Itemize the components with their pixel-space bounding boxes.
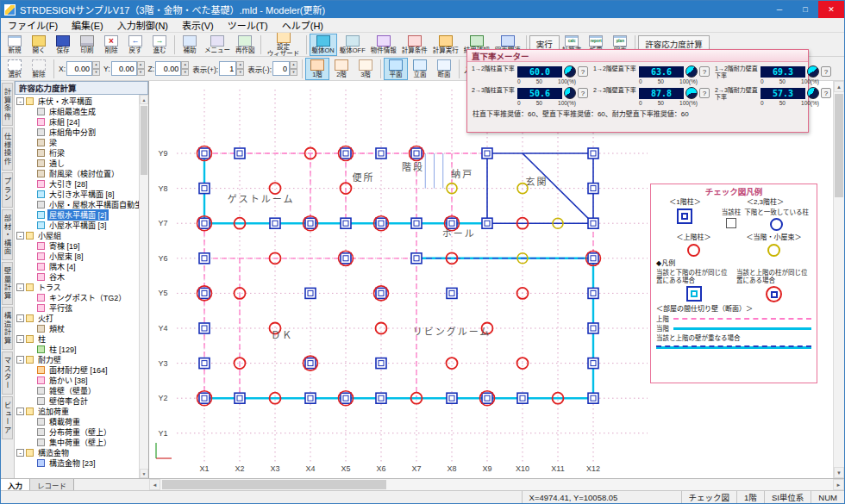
tree-item-15[interactable]: 小屋束 [8] [15, 251, 139, 261]
tb1-open[interactable]: 開く [27, 34, 51, 56]
vertical-tab-6[interactable]: マスター [2, 352, 13, 395]
scroll-left-icon[interactable]: ◄ [149, 479, 160, 490]
tree-item-23[interactable]: -柱 [15, 333, 139, 344]
hscroll-thumb[interactable] [162, 480, 386, 489]
vertical-tab-0[interactable]: 計算条件 [2, 83, 13, 126]
x-input-spin-up-icon[interactable]: ▲ [92, 61, 100, 69]
tree-item-6[interactable]: 通し [15, 158, 139, 168]
display-minus-input-spinner[interactable]: ▲▼ [290, 61, 297, 76]
meter-help-button-3[interactable]: ? [578, 88, 588, 98]
tb1-settings-wizard[interactable]: 設定 ウィザード [264, 34, 304, 56]
vertical-tab-3[interactable]: 部材・構面 [2, 209, 13, 261]
tb1-redraw[interactable]: 再作図 [233, 34, 258, 56]
hscroll-track[interactable] [160, 479, 833, 490]
tree-item-4[interactable]: 梁 [15, 137, 139, 147]
tree-item-14[interactable]: 寄棟 [19] [15, 240, 139, 251]
menu-item-4[interactable]: ツール(T) [221, 17, 275, 33]
canvas-hscrollbar[interactable]: ◄ ► [149, 479, 844, 490]
scroll-down-icon[interactable]: ▼ [834, 467, 844, 478]
tb2-floor-2[interactable]: 2階 [329, 58, 354, 80]
bottom-tab-0[interactable]: 入力 [1, 479, 30, 490]
tree-item-2[interactable]: 床組 [24] [15, 116, 139, 127]
tree-scroll-track[interactable] [140, 104, 148, 469]
tree-item-3[interactable]: 床組角中分割 [15, 127, 139, 137]
tree-expander-icon-34[interactable]: - [16, 449, 24, 457]
meter-help-button-0[interactable]: ? [578, 66, 588, 77]
display-plus-input-spin-up-icon[interactable]: ▲ [236, 61, 244, 69]
y-input-spinner[interactable]: ▲▼ [137, 61, 145, 76]
tree-item-31[interactable]: 積載荷重 [15, 416, 139, 426]
z-input-spinner[interactable]: ▲▼ [181, 61, 189, 76]
tree-expander-icon-18[interactable]: - [16, 283, 24, 291]
vertical-tab-1[interactable]: 仕様操作 [2, 128, 13, 171]
vertical-tab-4[interactable]: 壁量計算 [2, 262, 13, 305]
tree-item-1[interactable]: 床組最適生成 [15, 106, 139, 116]
menu-item-5[interactable]: ヘルプ(H) [275, 17, 330, 33]
tree-item-21[interactable]: -火打 [15, 313, 139, 323]
tree-item-27[interactable]: 筋かい [38] [15, 375, 139, 385]
y-input[interactable] [111, 61, 137, 76]
menu-item-1[interactable]: 編集(E) [65, 17, 110, 33]
tree-item-17[interactable]: 谷木 [15, 271, 139, 282]
tree-item-20[interactable]: 平行弦 [15, 302, 139, 313]
vertical-tab-5[interactable]: 構造計算 [2, 307, 13, 350]
z-input-spin-up-icon[interactable]: ▲ [181, 61, 189, 69]
z-input-spin-down-icon[interactable]: ▼ [181, 69, 189, 77]
tree-scroll-up-icon[interactable]: ▲ [140, 95, 148, 104]
x-input-spinner[interactable]: ▲▼ [92, 61, 100, 76]
tree-item-13[interactable]: -小屋組 [15, 230, 139, 240]
tree-scrollbar[interactable]: ▲ ▼ [139, 95, 148, 478]
tree-expander-icon-21[interactable]: - [16, 314, 24, 322]
z-input[interactable] [155, 61, 181, 76]
tb1-assist[interactable]: 補助 [178, 34, 202, 56]
display-minus-input-spin-down-icon[interactable]: ▼ [290, 69, 297, 77]
tree-item-10[interactable]: 小屋・屋根水平構面自動生成 [15, 199, 139, 209]
tree-item-32[interactable]: 分布荷重（壁上） [15, 426, 139, 437]
tb2-floor-1[interactable]: 1階 [305, 58, 329, 80]
tree-item-5[interactable]: 桁梁 [15, 147, 139, 158]
canvas-vscrollbar[interactable]: ▲ ▼ [833, 81, 844, 478]
close-button[interactable]: ✕ [818, 1, 844, 18]
tb2-select-mode[interactable]: 選択 [3, 58, 27, 80]
tb1-new[interactable]: 新規 [3, 34, 27, 56]
maximize-button[interactable]: □ [792, 1, 818, 18]
tree-item-9[interactable]: 大引き水平構面 [8] [15, 189, 139, 199]
tree-scroll-down-icon[interactable]: ▼ [140, 469, 148, 478]
tb1-project-info[interactable]: 物件情報 [368, 34, 399, 56]
tree-expander-icon-23[interactable]: - [16, 335, 24, 343]
tree-item-33[interactable]: 集中荷重（壁上） [15, 437, 139, 447]
tb1-body-on[interactable]: 躯体ON [310, 34, 337, 56]
meter-help-button-4[interactable]: ? [699, 88, 710, 98]
tb2-view-elevation[interactable]: 立面 [408, 58, 432, 80]
display-plus-input[interactable] [219, 61, 236, 76]
tb2-view-section[interactable]: 断面 [432, 58, 456, 80]
tree-item-35[interactable]: 構造金物 [23] [15, 457, 139, 468]
vertical-tab-7[interactable]: ビューア [2, 396, 13, 439]
display-plus-input-spinner[interactable]: ▲▼ [236, 61, 244, 76]
x-input-spin-down-icon[interactable]: ▼ [92, 69, 100, 77]
meter-help-button-1[interactable]: ? [699, 66, 710, 77]
tree-item-16[interactable]: 隅木 [4] [15, 261, 139, 271]
tree-item-8[interactable]: 大引き [28] [15, 178, 139, 189]
tb1-menu-tool[interactable]: メニュー [202, 34, 233, 56]
tb1-save[interactable]: 保存 [51, 34, 75, 56]
x-input[interactable] [66, 61, 92, 76]
tb1-print[interactable]: 印刷 [75, 34, 99, 56]
tree-item-34[interactable]: -構造金物 [15, 447, 139, 457]
minimize-button[interactable]: ─ [767, 1, 792, 18]
tree-item-22[interactable]: 頬杖 [15, 323, 139, 333]
bottom-tab-1[interactable]: レコード [30, 479, 74, 490]
tree-item-11[interactable]: 屋根水平構面 [2] [15, 209, 139, 220]
vscroll-track[interactable] [834, 92, 844, 467]
tree-item-19[interactable]: キングポスト（TG2） [15, 292, 139, 302]
tree-item-25[interactable]: -耐力壁 [15, 354, 139, 364]
display-plus-input-spin-down-icon[interactable]: ▼ [236, 69, 244, 77]
scroll-right-icon[interactable]: ► [833, 479, 844, 490]
tree-scroll-thumb[interactable] [141, 106, 147, 175]
tb2-deselect-mode[interactable]: 解除 [27, 58, 51, 80]
meter-help-button-5[interactable]: ? [821, 88, 831, 98]
tree-item-12[interactable]: 小屋水平構面 [3] [15, 220, 139, 230]
tb1-body-off[interactable]: 躯体OFF [337, 34, 368, 56]
tree-item-30[interactable]: -追加荷重 [15, 406, 139, 416]
tree-expander-icon-30[interactable]: - [16, 408, 24, 415]
